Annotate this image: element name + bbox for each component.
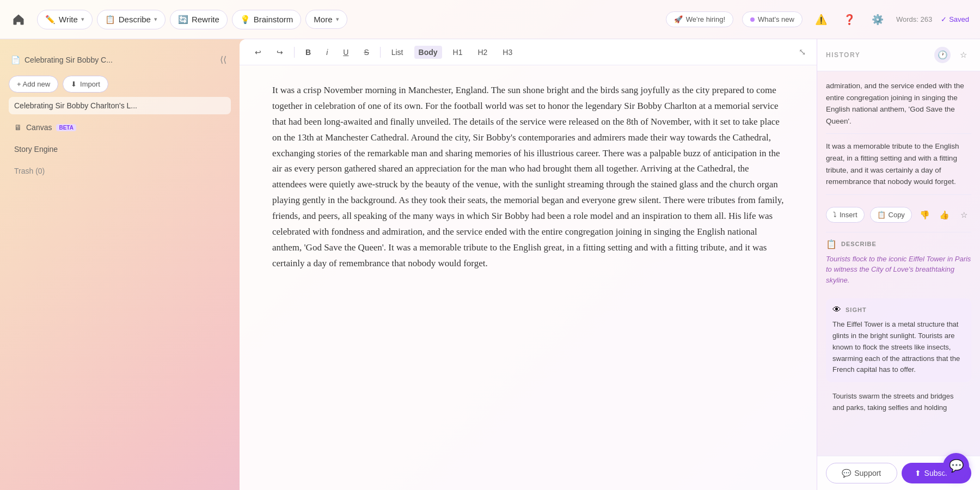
history-icon-button[interactable]: 🕐 [934,47,951,63]
describe-section-icon: 📋 [826,239,837,249]
support-button[interactable]: 💬 Support [826,463,897,483]
insert-label: Insert [840,211,857,219]
word-count: Words: 263 [896,15,932,23]
import-label: Import [80,80,100,88]
saved-badge: ✓ Saved [941,15,969,23]
redo-button[interactable]: ↪ [272,46,287,59]
h1-button[interactable]: H1 [449,46,467,59]
subscribe-icon: ⬆ [915,469,921,477]
sidebar-header: 📄 Celebrating Sir Bobby C... ⟨⟨ [9,48,231,71]
main-layout: 📄 Celebrating Sir Bobby C... ⟨⟨ + Add ne… [0,39,980,490]
more-button[interactable]: More ▾ [305,10,347,29]
h3-button[interactable]: H3 [498,46,517,59]
sight-section-icon: 👁 [832,305,841,315]
body-button[interactable]: Body [414,46,442,59]
copy-button[interactable]: 📋 Copy [870,207,912,223]
history-text-2: It was a memorable tribute to the Englis… [826,140,971,194]
editor-text[interactable]: It was a crisp November morning in Manch… [272,83,784,272]
right-panel-header: HISTORY 🕐 ☆ [817,39,980,71]
trash-label: Trash (0) [14,167,45,175]
sight-text-1-content: The Eiffel Tower is a metal structure th… [832,320,960,373]
sidebar-collapse-button[interactable]: ⟨⟨ [218,52,229,67]
doc-name-label: Celebrating Sir Bobby C... [24,56,113,64]
sight-section: 👁 SIGHT The Eiffel Tower is a metal stru… [826,298,971,382]
like-button[interactable]: 👍 [937,207,951,223]
bold-label: B [305,48,311,57]
sidebar: 📄 Celebrating Sir Bobby C... ⟨⟨ + Add ne… [0,39,240,490]
import-icon: ⬇ [71,80,77,88]
support-label: Support [854,469,881,477]
insert-icon: ⤵ [833,211,837,219]
describe-button[interactable]: 📋 Describe ▾ [97,10,166,29]
hiring-button[interactable]: 🚀 We're hiring! [666,11,733,27]
describe-header: 📋 DESCRIBE [826,239,971,249]
more-chevron: ▾ [336,16,339,23]
sidebar-item-trash[interactable]: Trash (0) [9,162,231,180]
describe-label: Describe [119,15,151,24]
history-text-1-content: admiration, and the service ended with t… [826,82,964,125]
sight-section-2: Tourists swarm the streets and bridges a… [826,389,971,420]
write-icon: ✏️ [45,15,56,24]
italic-button[interactable]: i [322,46,332,59]
rewrite-label: Rewrite [192,15,219,24]
insert-button[interactable]: ⤵ Insert [826,207,865,223]
brainstorm-button[interactable]: 💡 Brainstorm [232,10,302,29]
rewrite-button[interactable]: 🔄 Rewrite [170,10,228,29]
describe-text: Tourists flock to the iconic Eiffel Towe… [826,254,971,286]
more-label: More [314,15,332,24]
underline-label: U [343,48,348,57]
import-button[interactable]: ⬇ Import [63,76,108,93]
chat-icon: 💬 [949,459,964,473]
sidebar-item-canvas[interactable]: 🖥 Canvas BETA [9,119,231,136]
history-actions: ⤵ Insert 📋 Copy 👎 👍 ☆ [826,201,971,232]
dislike-button[interactable]: 👎 [917,207,932,223]
sight-text-1: The Eiffel Tower is a metal structure th… [832,319,965,376]
underline-button[interactable]: U [339,46,353,59]
h2-label: H2 [477,48,487,57]
add-new-label: + Add new [17,80,50,88]
strikethrough-label: S [364,48,369,57]
write-label: Write [59,15,78,24]
describe-header-label: DESCRIBE [841,241,877,247]
editor-area: ↩ ↪ B i U S List Body H1 [240,39,817,490]
add-new-button[interactable]: + Add new [9,76,58,93]
undo-button[interactable]: ↩ [250,46,266,59]
star-icon-button[interactable]: ☆ [955,47,971,63]
sidebar-actions: + Add new ⬇ Import [9,76,231,93]
sight-text-2: Tourists swarm the streets and bridges a… [832,391,965,414]
settings-icon-button[interactable]: ⚙️ [868,10,887,29]
body-label: Body [419,48,438,57]
history-text-1: admiration, and the service ended with t… [826,80,971,134]
canvas-icon: 🖥 [14,123,22,132]
home-icon[interactable] [11,12,26,27]
sidebar-item-story-engine[interactable]: Story Engine [9,140,231,158]
doc-icon: 📄 [11,56,20,64]
top-navigation: ✏️ Write ▾ 📋 Describe ▾ 🔄 Rewrite 💡 Brai… [0,0,980,39]
toolbar-separator-2 [380,47,381,58]
right-panel: HISTORY 🕐 ☆ admiration, and the service … [817,39,980,490]
list-button[interactable]: List [387,46,408,59]
bold-button[interactable]: B [301,46,315,59]
strikethrough-button[interactable]: S [359,46,373,59]
editor-toolbar: ↩ ↪ B i U S List Body H1 [240,39,817,65]
help-icon-button[interactable]: ❓ [840,10,859,29]
rocket-icon: 🚀 [674,15,683,23]
support-icon: 💬 [842,469,851,477]
h3-label: H3 [503,48,512,57]
alert-icon-button[interactable]: ⚠️ [811,10,831,29]
write-button[interactable]: ✏️ Write ▾ [37,10,93,29]
whats-new-button[interactable]: What's new [742,11,803,27]
sidebar-doc-name: 📄 Celebrating Sir Bobby C... [11,56,113,64]
sidebar-item-celebrating[interactable]: Celebrating Sir Bobby Charlton's L... [9,97,231,114]
h2-button[interactable]: H2 [473,46,492,59]
panel-title: HISTORY [826,51,860,59]
h1-label: H1 [453,48,463,57]
describe-chevron: ▾ [154,16,157,23]
favorite-button[interactable]: ☆ [957,207,971,223]
chat-bubble-button[interactable]: 💬 [943,453,969,479]
fullscreen-button[interactable]: ⤡ [799,47,806,57]
nav-right: 🚀 We're hiring! What's new ⚠️ ❓ ⚙️ Words… [666,10,969,29]
editor-content[interactable]: It was a crisp November morning in Manch… [240,65,817,490]
panel-content: admiration, and the service ended with t… [817,71,980,456]
hiring-label: We're hiring! [686,15,725,23]
